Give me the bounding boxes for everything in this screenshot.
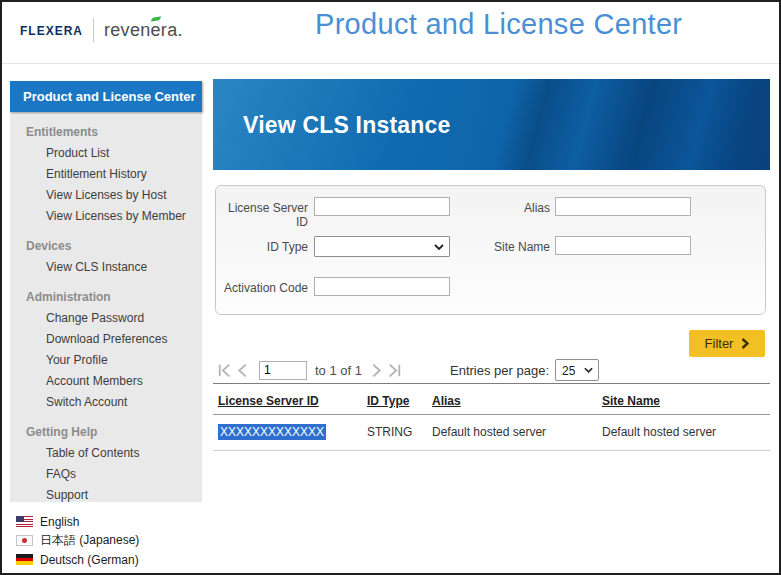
sidebar-item-switch-account[interactable]: Switch Account	[46, 391, 202, 412]
id-type-cell: STRING	[362, 425, 427, 439]
sidebar-item-support[interactable]: Support	[46, 484, 202, 505]
sidebar-item-entitlement-history[interactable]: Entitlement History	[46, 163, 202, 184]
sidebar-item-view-cls-instance[interactable]: View CLS Instance	[46, 256, 202, 277]
entries-per-page-label: Entries per page:	[450, 363, 549, 378]
next-page-icon[interactable]	[368, 361, 386, 379]
last-page-icon[interactable]	[386, 361, 404, 379]
japan-flag-icon	[16, 535, 33, 546]
column-header-site-name[interactable]: Site Name	[597, 394, 770, 408]
chevron-right-icon	[741, 338, 749, 349]
language-japanese-label: 日本語 (Japanese)	[40, 532, 139, 549]
filter-form: License Server ID Alias ID Type Site Nam…	[215, 185, 766, 315]
sidebar-item-download-preferences[interactable]: Download Preferences	[46, 328, 202, 349]
germany-flag-icon	[16, 554, 33, 565]
flexera-logo: FLEXERA	[20, 20, 83, 40]
language-japanese[interactable]: 日本語 (Japanese)	[16, 531, 139, 550]
column-header-id-type[interactable]: ID Type	[362, 394, 427, 408]
sidebar-section-devices: Devices	[26, 239, 202, 253]
chevron-down-icon	[584, 367, 593, 373]
sidebar-item-table-of-contents[interactable]: Table of Contents	[46, 442, 202, 463]
id-type-select[interactable]	[314, 236, 450, 257]
alias-label: Alias	[470, 201, 550, 215]
page-title: Product and License Center	[315, 8, 682, 41]
previous-page-icon[interactable]	[233, 361, 251, 379]
sidebar-item-view-licenses-by-host[interactable]: View Licenses by Host	[46, 184, 202, 205]
license-server-id-input[interactable]	[314, 197, 450, 216]
table-row: XXXXXXXXXXXXX STRING Default hosted serv…	[213, 415, 770, 451]
header-divider	[2, 63, 779, 64]
logo-divider	[93, 18, 94, 42]
license-server-id-link[interactable]: XXXXXXXXXXXXX	[218, 424, 326, 440]
page: FLEXERA revenera. Product and License Ce…	[0, 0, 781, 575]
sidebar-item-change-password[interactable]: Change Password	[46, 307, 202, 328]
chevron-down-icon	[434, 244, 444, 250]
sidebar-section-administration: Administration	[26, 290, 202, 304]
language-switcher: English 日本語 (Japanese) Deutsch (German)	[16, 512, 139, 569]
page-number-input[interactable]	[259, 361, 307, 380]
filter-button-label: Filter	[705, 336, 734, 351]
sidebar-item-faqs[interactable]: FAQs	[46, 463, 202, 484]
site-name-input[interactable]	[555, 236, 691, 255]
sidebar-section-getting-help: Getting Help	[26, 425, 202, 439]
language-german[interactable]: Deutsch (German)	[16, 550, 139, 569]
pagination: to 1 of 1 Entries per page: 25	[215, 358, 599, 382]
license-server-id-label: License Server ID	[216, 201, 308, 229]
id-type-label: ID Type	[216, 240, 308, 254]
filter-button[interactable]: Filter	[689, 330, 765, 357]
alias-cell: Default hosted server	[427, 425, 597, 439]
page-banner: View CLS Instance	[213, 79, 770, 170]
results-table: License Server ID ID Type Alias Site Nam…	[213, 391, 770, 451]
language-english-label: English	[40, 515, 79, 529]
sidebar: Product and License Center Entitlements …	[10, 81, 202, 502]
entries-per-page-value: 25	[562, 364, 575, 378]
us-flag-icon	[16, 516, 33, 527]
sidebar-section-entitlements: Entitlements	[26, 125, 202, 139]
activation-code-input[interactable]	[314, 277, 450, 296]
alias-input[interactable]	[555, 197, 691, 216]
sidebar-item-product-list[interactable]: Product List	[46, 142, 202, 163]
site-name-cell: Default hosted server	[597, 425, 770, 439]
language-german-label: Deutsch (German)	[40, 553, 139, 567]
sidebar-item-your-profile[interactable]: Your Profile	[46, 349, 202, 370]
brand-logos: FLEXERA revenera.	[20, 18, 183, 42]
site-name-label: Site Name	[470, 240, 550, 254]
activation-code-label: Activation Code	[216, 281, 308, 295]
sidebar-item-view-licenses-by-member[interactable]: View Licenses by Member	[46, 205, 202, 226]
entries-per-page-select[interactable]: 25	[555, 359, 599, 381]
revenera-logo: revenera.	[104, 20, 183, 41]
results-divider	[213, 383, 770, 384]
banner-title: View CLS Instance	[243, 111, 451, 138]
revenera-logo-text: revenera.	[104, 20, 183, 40]
column-header-license-server-id[interactable]: License Server ID	[213, 394, 362, 408]
sidebar-item-account-members[interactable]: Account Members	[46, 370, 202, 391]
language-english[interactable]: English	[16, 512, 139, 531]
pagination-range-text: to 1 of 1	[315, 363, 362, 378]
table-header-row: License Server ID ID Type Alias Site Nam…	[213, 391, 770, 415]
column-header-alias[interactable]: Alias	[427, 394, 597, 408]
top-header: FLEXERA revenera. Product and License Ce…	[2, 2, 779, 64]
first-page-icon[interactable]	[215, 361, 233, 379]
sidebar-title: Product and License Center	[10, 81, 202, 112]
